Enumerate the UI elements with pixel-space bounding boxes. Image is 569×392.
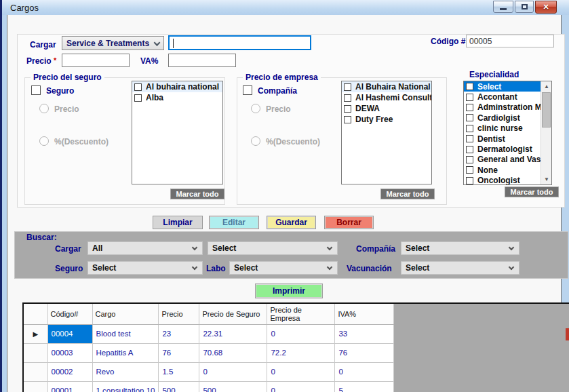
seguro-precio-radio[interactable]: [39, 104, 49, 113]
list-item[interactable]: Accontant: [464, 92, 541, 102]
empresa-marcar-todo-button[interactable]: Marcar todo: [380, 189, 435, 199]
precio-input[interactable]: [62, 54, 130, 67]
cell-precio[interactable]: 1.5: [159, 362, 199, 381]
buscar-labo-combobox[interactable]: Select: [229, 261, 338, 275]
row-selector[interactable]: [24, 381, 47, 392]
checkbox-icon[interactable]: [466, 83, 473, 90]
col-precio[interactable]: Precio: [159, 304, 199, 324]
list-item[interactable]: Dermatologist: [464, 144, 541, 154]
list-item[interactable]: Oncologist: [464, 176, 541, 185]
cell-codigo[interactable]: 00003: [47, 343, 92, 362]
cell-precio-empresa[interactable]: 0: [267, 362, 335, 381]
codigo-input[interactable]: [466, 35, 554, 47]
limpiar-button[interactable]: Limpiar: [153, 216, 203, 229]
buscar-cargar-combobox[interactable]: All: [87, 241, 203, 255]
cell-iva[interactable]: 76: [335, 343, 394, 362]
cell-cargo[interactable]: Revo: [92, 362, 159, 381]
seguro-descuento-radio[interactable]: [39, 136, 49, 146]
close-button[interactable]: ✕: [535, 1, 557, 14]
checkbox-icon[interactable]: [466, 166, 473, 174]
guardar-button[interactable]: Guardar: [267, 216, 316, 229]
cell-cargo[interactable]: 1 consultation 10: [92, 381, 159, 392]
vertical-scrollbar[interactable]: ▲ ▼: [541, 81, 551, 184]
col-precio-seguro[interactable]: Precio de Seguro: [199, 304, 267, 324]
buscar-compania-combobox[interactable]: Select: [401, 241, 519, 255]
checkbox-icon[interactable]: [344, 105, 351, 113]
checkbox-icon[interactable]: [134, 94, 142, 102]
checkbox-icon[interactable]: [466, 114, 473, 121]
cell-codigo[interactable]: 00004: [47, 324, 92, 343]
seguro-marcar-todo-button[interactable]: Marcar todo: [170, 189, 224, 199]
empresa-checkedlist[interactable]: Al Buhaira National Al Hashemi Consult D…: [341, 81, 432, 184]
list-item[interactable]: Cardiolgist: [464, 113, 541, 123]
cell-codigo[interactable]: 00002: [47, 362, 92, 381]
checkbox-icon[interactable]: [344, 116, 351, 123]
cell-cargo[interactable]: Hepatitis A: [92, 343, 159, 362]
buscar-vacunacion-combobox[interactable]: Select: [401, 261, 519, 275]
cell-precio[interactable]: 500: [159, 381, 199, 392]
cell-precio-seguro[interactable]: 70.68: [199, 343, 267, 362]
buscar-seguro-combobox[interactable]: Select: [87, 261, 203, 275]
charges-datagrid[interactable]: Código# Cargo Precio Precio de Seguro Pr…: [22, 302, 569, 392]
editar-button[interactable]: Editar: [209, 216, 259, 229]
seguro-checkbox[interactable]: [31, 85, 41, 95]
checkbox-icon[interactable]: [466, 125, 473, 132]
especialidad-checkedlist[interactable]: Select Accontant Adminstration Ma Cardio…: [463, 81, 552, 185]
checkbox-icon[interactable]: [134, 83, 142, 91]
list-item[interactable]: None: [464, 165, 541, 175]
cell-precio[interactable]: 76: [159, 343, 199, 362]
checkbox-icon[interactable]: [466, 104, 473, 111]
especialidad-marcar-todo-button[interactable]: Marcar todo: [505, 187, 559, 197]
cell-iva[interactable]: 5: [335, 381, 394, 392]
col-precio-empresa[interactable]: Precio de Empresa: [267, 304, 335, 324]
list-item[interactable]: Duty Free: [342, 114, 431, 125]
empresa-descuento-radio[interactable]: [251, 136, 260, 146]
checkbox-icon[interactable]: [466, 135, 473, 142]
cell-precio-empresa[interactable]: 0: [267, 324, 335, 343]
list-item[interactable]: DEWA: [342, 103, 431, 114]
checkbox-icon[interactable]: [466, 146, 473, 153]
list-item[interactable]: Al Buhaira National: [342, 81, 431, 92]
cell-iva[interactable]: 33: [335, 324, 394, 343]
cell-precio-empresa[interactable]: 72.2: [267, 343, 335, 362]
col-codigo[interactable]: Código#: [47, 304, 92, 324]
cell-precio-seguro[interactable]: 0: [199, 362, 267, 381]
cell-codigo[interactable]: 00001: [47, 381, 92, 392]
table-row[interactable]: 00002 Revo 1.5 0 0 0: [24, 362, 394, 381]
checkbox-icon[interactable]: [466, 177, 473, 184]
cell-iva[interactable]: 0: [335, 362, 394, 381]
list-item-selected[interactable]: Select: [464, 81, 541, 92]
cell-precio-seguro[interactable]: 500: [199, 381, 267, 392]
cargar-type-combobox[interactable]: Service & Treatments: [62, 36, 164, 50]
col-cargo[interactable]: Cargo: [92, 304, 159, 324]
seguro-checkedlist[interactable]: Al buhaira national Alba: [132, 81, 223, 184]
checkbox-icon[interactable]: [344, 83, 351, 91]
maximize-button[interactable]: [515, 1, 534, 13]
row-selector[interactable]: [24, 343, 47, 362]
table-row[interactable]: ▶ 00004 Blood test 23 22.31 0 33: [24, 324, 394, 343]
list-item[interactable]: Al buhaira national: [132, 81, 222, 92]
cell-precio-seguro[interactable]: 22.31: [199, 324, 267, 343]
list-item[interactable]: General and Vas: [464, 155, 541, 165]
cell-precio-empresa[interactable]: 0: [267, 381, 335, 392]
borrar-button[interactable]: Borrar: [324, 216, 374, 229]
table-row[interactable]: 00001 1 consultation 10 500 500 0 5: [24, 381, 394, 392]
table-row[interactable]: 00003 Hepatitis A 76 70.68 72.2 76: [24, 343, 394, 362]
scroll-down-icon[interactable]: ▼: [541, 174, 552, 184]
imprimir-button[interactable]: Imprimir: [255, 283, 323, 298]
checkbox-icon[interactable]: [466, 156, 473, 163]
buscar-cargar-filter-combobox[interactable]: Select: [208, 241, 338, 255]
va-input[interactable]: [168, 54, 236, 67]
col-iva[interactable]: IVA%: [335, 304, 394, 324]
compania-checkbox[interactable]: [243, 85, 252, 95]
checkbox-icon[interactable]: [344, 94, 351, 102]
scrollbar-thumb[interactable]: [542, 92, 551, 128]
cell-precio[interactable]: 23: [159, 324, 199, 343]
charge-name-input[interactable]: [168, 35, 311, 50]
scroll-up-icon[interactable]: ▲: [541, 81, 552, 92]
list-item[interactable]: Al Hashemi Consult: [342, 92, 431, 103]
list-item[interactable]: Dentist: [464, 134, 541, 144]
row-selector[interactable]: [24, 362, 47, 381]
empresa-precio-radio[interactable]: [251, 104, 260, 113]
cell-cargo[interactable]: Blood test: [92, 324, 159, 343]
